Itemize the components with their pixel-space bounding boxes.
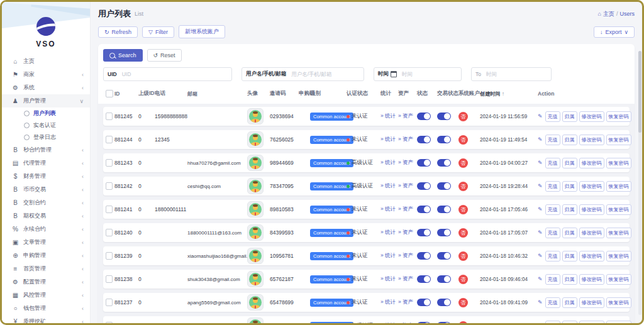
attribution-button[interactable]: 归属 bbox=[562, 228, 577, 238]
change-password-button[interactable]: 修改密码 bbox=[579, 135, 604, 145]
change-password-button[interactable]: 修改密码 bbox=[579, 181, 604, 192]
scrollbar[interactable] bbox=[638, 51, 641, 315]
sidebar-item-seconds-contract[interactable]: B秒合约管理‹ bbox=[2, 143, 90, 157]
sidebar-item-system[interactable]: ⚙系统‹ bbox=[2, 81, 90, 94]
row-checkbox[interactable] bbox=[106, 136, 113, 143]
status-toggle[interactable] bbox=[417, 182, 431, 190]
sidebar-item-article[interactable]: ▣文章管理‹ bbox=[2, 236, 90, 249]
row-checkbox[interactable] bbox=[106, 159, 113, 167]
assets-link[interactable]: » 资产 bbox=[398, 229, 413, 236]
attribution-button[interactable]: 归属 bbox=[562, 251, 577, 262]
export-button[interactable]: ↓ Export ∨ bbox=[594, 26, 635, 38]
recharge-button[interactable]: 充值 bbox=[545, 181, 560, 192]
trade-status-toggle[interactable] bbox=[437, 113, 451, 120]
filter-button[interactable]: ▽ Filter bbox=[142, 26, 174, 38]
status-toggle[interactable] bbox=[417, 229, 431, 236]
trade-status-toggle[interactable] bbox=[437, 299, 451, 306]
status-toggle[interactable] bbox=[417, 322, 431, 323]
assets-link[interactable]: » 资产 bbox=[398, 206, 413, 213]
recharge-button[interactable]: 充值 bbox=[545, 297, 560, 308]
sidebar-item-options-trading[interactable]: B期权交易‹ bbox=[2, 209, 90, 223]
recharge-button[interactable]: 充值 bbox=[545, 321, 560, 324]
recharge-button[interactable]: 充值 bbox=[545, 251, 560, 262]
trade-status-toggle[interactable] bbox=[437, 206, 451, 213]
trade-status-toggle[interactable] bbox=[437, 275, 451, 283]
change-password-button[interactable]: 修改密码 bbox=[579, 251, 604, 262]
attribution-button[interactable]: 归属 bbox=[562, 321, 577, 324]
trade-status-toggle[interactable] bbox=[437, 322, 451, 323]
attribution-button[interactable]: 归属 bbox=[562, 204, 577, 215]
recharge-button[interactable]: 充值 bbox=[545, 204, 560, 215]
edit-icon[interactable]: ✎ bbox=[538, 253, 543, 259]
status-toggle[interactable] bbox=[417, 159, 431, 167]
row-checkbox[interactable] bbox=[106, 229, 113, 236]
recover-password-button[interactable]: 恢复密码 bbox=[606, 181, 631, 192]
attribution-button[interactable]: 归属 bbox=[562, 158, 577, 168]
edit-icon[interactable]: ✎ bbox=[538, 183, 543, 189]
uid-input[interactable] bbox=[121, 71, 231, 77]
change-password-button[interactable]: 修改密码 bbox=[579, 274, 604, 285]
recover-password-button[interactable]: 恢复密码 bbox=[606, 274, 631, 285]
refresh-button[interactable]: ↻ Refresh bbox=[98, 26, 138, 38]
recharge-button[interactable]: 充值 bbox=[545, 228, 560, 238]
recover-password-button[interactable]: 恢复密码 bbox=[606, 321, 631, 324]
recover-password-button[interactable]: 恢复密码 bbox=[606, 204, 631, 215]
time-to-input[interactable] bbox=[485, 71, 551, 77]
sidebar-item-perpetual-contract[interactable]: %永续合约‹ bbox=[2, 223, 90, 236]
stats-link[interactable]: » 统计 bbox=[380, 322, 396, 323]
assets-link[interactable]: » 资产 bbox=[398, 252, 413, 260]
search-button[interactable]: Search bbox=[103, 49, 143, 62]
recharge-button[interactable]: 充值 bbox=[545, 135, 560, 145]
row-checkbox[interactable] bbox=[106, 252, 113, 260]
sidebar-item-finance[interactable]: $财务管理‹ bbox=[2, 170, 90, 183]
edit-icon[interactable]: ✎ bbox=[538, 229, 543, 236]
trade-status-toggle[interactable] bbox=[437, 136, 451, 143]
row-checkbox[interactable] bbox=[106, 206, 113, 213]
recover-password-button[interactable]: 恢复密码 bbox=[606, 158, 631, 168]
sidebar-item-delivery-contract[interactable]: B交割合约‹ bbox=[2, 196, 90, 209]
stats-link[interactable]: » 统计 bbox=[380, 113, 396, 120]
sidebar-subitem-user-list[interactable]: 用户列表 bbox=[2, 107, 90, 119]
sidebar-item-home[interactable]: ⌂主页 bbox=[2, 55, 90, 68]
recover-password-button[interactable]: 恢复密码 bbox=[606, 111, 631, 122]
assets-link[interactable]: » 资产 bbox=[398, 299, 413, 306]
change-password-button[interactable]: 修改密码 bbox=[579, 228, 604, 238]
edit-icon[interactable]: ✎ bbox=[538, 322, 543, 323]
breadcrumb-home-link[interactable]: 主页 bbox=[603, 10, 614, 18]
edit-icon[interactable]: ✎ bbox=[538, 160, 543, 166]
sidebar-item-agency[interactable]: ▤代理管理‹ bbox=[2, 157, 90, 170]
sidebar-item-subscription[interactable]: ⊕申购管理‹ bbox=[2, 249, 90, 262]
stats-link[interactable]: » 统计 bbox=[380, 182, 396, 190]
attribution-button[interactable]: 归属 bbox=[562, 297, 577, 308]
status-toggle[interactable] bbox=[417, 275, 431, 283]
status-toggle[interactable] bbox=[417, 299, 431, 306]
edit-icon[interactable]: ✎ bbox=[538, 113, 543, 119]
keyword-input[interactable] bbox=[290, 71, 364, 77]
recover-password-button[interactable]: 恢复密码 bbox=[606, 228, 631, 238]
recharge-button[interactable]: 充值 bbox=[545, 274, 560, 285]
edit-icon[interactable]: ✎ bbox=[538, 206, 543, 212]
stats-link[interactable]: » 统计 bbox=[380, 229, 396, 236]
change-password-button[interactable]: 修改密码 bbox=[579, 204, 604, 215]
add-system-account-button[interactable]: 新增系统账户 bbox=[179, 25, 225, 38]
stats-link[interactable]: » 统计 bbox=[380, 275, 396, 283]
change-password-button[interactable]: 修改密码 bbox=[579, 297, 604, 308]
recover-password-button[interactable]: 恢复密码 bbox=[606, 135, 631, 145]
trade-status-toggle[interactable] bbox=[437, 182, 451, 190]
time-from-input[interactable] bbox=[401, 71, 461, 77]
attribution-button[interactable]: 归属 bbox=[562, 111, 577, 122]
sidebar-item-config[interactable]: ⚙配置管理‹ bbox=[2, 275, 90, 289]
recharge-button[interactable]: 充值 bbox=[545, 158, 560, 168]
row-checkbox[interactable] bbox=[106, 322, 113, 323]
sidebar-subitem-real-name-auth[interactable]: 实名认证 bbox=[2, 119, 90, 131]
trade-status-toggle[interactable] bbox=[437, 229, 451, 236]
stats-link[interactable]: » 统计 bbox=[380, 299, 396, 306]
attribution-button[interactable]: 归属 bbox=[562, 274, 577, 285]
assets-link[interactable]: » 资产 bbox=[398, 159, 413, 167]
attribution-button[interactable]: 归属 bbox=[562, 181, 577, 192]
reset-button[interactable]: ↺ Reset bbox=[147, 49, 182, 62]
sort-asc-icon[interactable]: ↑ bbox=[502, 91, 505, 97]
change-password-button[interactable]: 修改密码 bbox=[579, 321, 604, 324]
stats-link[interactable]: » 统计 bbox=[380, 136, 396, 143]
recover-password-button[interactable]: 恢复密码 bbox=[606, 251, 631, 262]
